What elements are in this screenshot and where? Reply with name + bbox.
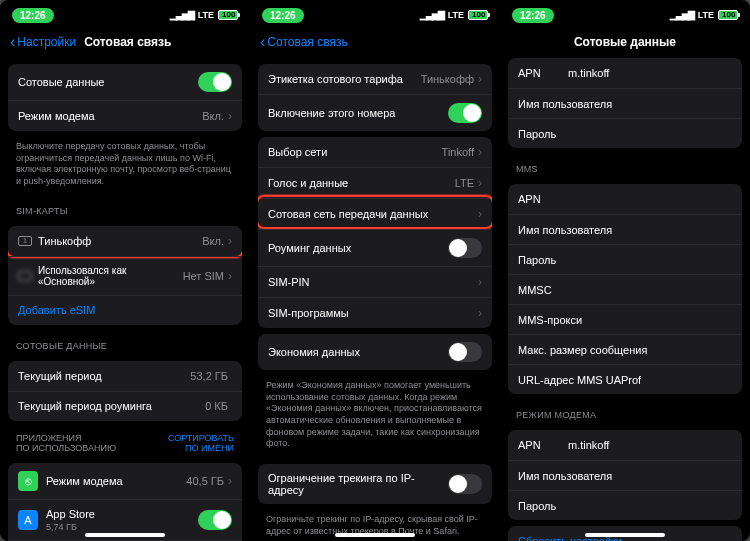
chevron-right-icon: › [478, 306, 482, 320]
toggle-app[interactable] [198, 510, 232, 530]
phone-screenshot-1: 12:26 ▁▃▅▇ LTE 100 ‹ Настройки Сотовая с… [0, 0, 250, 541]
home-indicator[interactable] [585, 533, 665, 537]
battery-icon: 100 [718, 10, 738, 20]
app-row-hotspot[interactable]: ⎋ Режим модема 40,5 ГБ › [8, 463, 242, 499]
row-enable-number[interactable]: Включение этого номера [258, 94, 492, 131]
footer-text: Выключите передачу сотовых данных, чтобы… [0, 137, 250, 196]
row-hotspot-password[interactable]: Пароль [508, 490, 742, 520]
chevron-right-icon: › [478, 207, 482, 221]
time-pill[interactable]: 12:26 [12, 8, 54, 23]
status-bar: 12:26 ▁▃▅▇ LTE 100 [0, 0, 250, 30]
section-header-hotspot: РЕЖИМ МОДЕМА [500, 400, 750, 424]
back-label: Сотовая связь [267, 35, 347, 49]
phone-screenshot-3: 12:26 ▁▃▅▇ LTE 100 Сотовые данные APN m.… [500, 0, 750, 541]
battery-icon: 100 [468, 10, 488, 20]
navbar: ‹ Настройки Сотовая связь [0, 30, 250, 58]
row-mmsc[interactable]: MMSC [508, 274, 742, 304]
appstore-icon: A [18, 510, 38, 530]
toggle-cellular-data[interactable] [198, 72, 232, 92]
toggle-tracking[interactable] [448, 474, 482, 494]
status-bar: 12:26 ▁▃▅▇ LTE 100 [500, 0, 750, 30]
chevron-left-icon: ‹ [260, 34, 265, 50]
row-low-data-mode[interactable]: Экономия данных [258, 334, 492, 370]
row-cellular-data-network[interactable]: Сотовая сеть передачи данных › [258, 198, 492, 229]
row-limit-tracking[interactable]: Ограничение трекинга по IP-адресу [258, 464, 492, 504]
network-type: LTE [448, 10, 464, 20]
row-voice-data[interactable]: Голос и данные LTE › [258, 167, 492, 198]
signal-icon: ▁▃▅▇ [170, 10, 194, 20]
navbar: Сотовые данные [500, 30, 750, 58]
chevron-left-icon: ‹ [10, 34, 15, 50]
back-button[interactable]: ‹ Сотовая связь [260, 34, 348, 50]
row-mms-proxy[interactable]: MMS-прокси [508, 304, 742, 334]
chevron-right-icon: › [478, 176, 482, 190]
status-bar: 12:26 ▁▃▅▇ LTE 100 [250, 0, 500, 30]
time-pill[interactable]: 12:26 [512, 8, 554, 23]
row-data-roaming[interactable]: Роуминг данных [258, 229, 492, 266]
back-label: Настройки [17, 35, 76, 49]
page-title: Сотовые данные [500, 35, 750, 49]
sim-icon [18, 271, 32, 281]
row-mms-username[interactable]: Имя пользователя [508, 214, 742, 244]
section-header-data: СОТОВЫЕ ДАННЫЕ [0, 331, 250, 355]
row-username-cellular[interactable]: Имя пользователя [508, 88, 742, 118]
section-header-mms: MMS [500, 154, 750, 178]
apps-sort-row: ПРИЛОЖЕНИЯ ПО ИСПОЛЬЗОВАНИЮ СОРТИРОВАТЬ … [0, 427, 250, 457]
chevron-right-icon: › [228, 269, 232, 283]
row-mms-uaprof[interactable]: URL-адрес MMS UAProf [508, 364, 742, 394]
row-roaming-period[interactable]: Текущий период роуминга 0 КБ [8, 391, 242, 421]
row-sim-tinkoff[interactable]: 1 Тинькофф Вкл. › [8, 226, 242, 256]
row-password-cellular[interactable]: Пароль [508, 118, 742, 148]
row-sim-apps[interactable]: SIM-программы › [258, 297, 492, 328]
toggle-roaming[interactable] [448, 238, 482, 258]
toggle-low-data[interactable] [448, 342, 482, 362]
row-plan-label[interactable]: Этикетка сотового тарифа Тинькофф › [258, 64, 492, 94]
chevron-right-icon: › [228, 234, 232, 248]
row-mms-password[interactable]: Пароль [508, 244, 742, 274]
row-hotspot-apn[interactable]: APN m.tinkoff [508, 430, 742, 460]
row-sim-pin[interactable]: SIM-PIN › [258, 266, 492, 297]
battery-icon: 100 [218, 10, 238, 20]
toggle-enable-number[interactable] [448, 103, 482, 123]
row-add-esim[interactable]: Добавить eSIM [8, 295, 242, 325]
row-apn-cellular[interactable]: APN m.tinkoff [508, 58, 742, 88]
section-header-sim: SIM-КАРТЫ [0, 196, 250, 220]
chevron-right-icon: › [478, 145, 482, 159]
chevron-right-icon: › [228, 474, 232, 488]
chevron-right-icon: › [478, 275, 482, 289]
time-pill[interactable]: 12:26 [262, 8, 304, 23]
home-indicator[interactable] [335, 533, 415, 537]
row-mms-max-size[interactable]: Макс. размер сообщения [508, 334, 742, 364]
navbar: ‹ Сотовая связь [250, 30, 500, 58]
hotspot-icon: ⎋ [18, 471, 38, 491]
home-indicator[interactable] [85, 533, 165, 537]
network-type: LTE [698, 10, 714, 20]
row-sim-previous[interactable]: Использовался как «Основной» Нет SIM › [8, 256, 242, 295]
sim-icon: 1 [18, 236, 32, 246]
row-hotspot[interactable]: Режим модема Вкл. › [8, 100, 242, 131]
signal-icon: ▁▃▅▇ [420, 10, 444, 20]
row-cellular-data[interactable]: Сотовые данные [8, 64, 242, 100]
signal-icon: ▁▃▅▇ [670, 10, 694, 20]
footer-text: Режим «Экономия данных» помогает уменьши… [250, 376, 500, 458]
row-current-period[interactable]: Текущий период 53,2 ГБ [8, 361, 242, 391]
row-network-selection[interactable]: Выбор сети Tinkoff › [258, 137, 492, 167]
apps-header: ПРИЛОЖЕНИЯ ПО ИСПОЛЬЗОВАНИЮ [16, 433, 116, 453]
network-type: LTE [198, 10, 214, 20]
row-hotspot-username[interactable]: Имя пользователя [508, 460, 742, 490]
phone-screenshot-2: 12:26 ▁▃▅▇ LTE 100 ‹ Сотовая связь Этике… [250, 0, 500, 541]
back-button[interactable]: ‹ Настройки [10, 34, 76, 50]
chevron-right-icon: › [478, 72, 482, 86]
chevron-right-icon: › [228, 109, 232, 123]
sort-button[interactable]: СОРТИРОВАТЬ ПО ИМЕНИ [168, 433, 234, 453]
page-title: Сотовая связь [84, 35, 171, 49]
row-mms-apn[interactable]: APN [508, 184, 742, 214]
